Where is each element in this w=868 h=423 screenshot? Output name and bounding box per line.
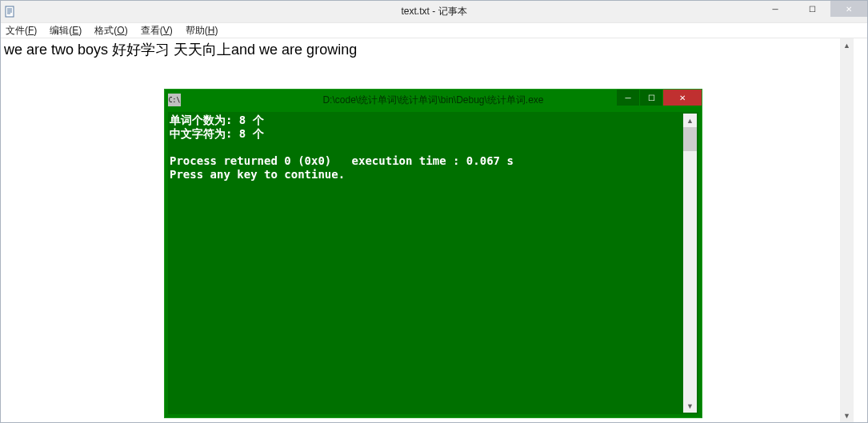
notepad-window-controls: ─ ☐ ✕ bbox=[757, 1, 867, 17]
console-title: D:\code\统计单词\统计单词\bin\Debug\统计单词.exe bbox=[322, 94, 543, 107]
scroll-up-icon[interactable]: ▲ bbox=[840, 38, 854, 52]
notepad-app-icon bbox=[4, 6, 17, 18]
console-window: C:\ D:\code\统计单词\统计单词\bin\Debug\统计单词.exe… bbox=[164, 89, 702, 418]
menu-view[interactable]: 查看(V) bbox=[141, 24, 173, 38]
console-window-controls: ─ ☐ ✕ bbox=[616, 90, 702, 106]
maximize-button[interactable]: ☐ bbox=[640, 90, 662, 106]
menu-file[interactable]: 文件(F) bbox=[6, 24, 37, 38]
minimize-button[interactable]: ─ bbox=[757, 1, 794, 17]
console-output: 单词个数为: 8 个 中文字符为: 8 个 Process returned 0… bbox=[170, 114, 685, 413]
console-titlebar[interactable]: C:\ D:\code\统计单词\统计单词\bin\Debug\统计单词.exe… bbox=[165, 90, 702, 110]
scroll-down-icon[interactable]: ▼ bbox=[683, 399, 697, 413]
console-vertical-scrollbar[interactable]: ▲ ▼ bbox=[683, 114, 697, 413]
notepad-menubar: 文件(F) 编辑(E) 格式(O) 查看(V) 帮助(H) bbox=[1, 22, 867, 38]
scroll-up-icon[interactable]: ▲ bbox=[683, 114, 697, 127]
console-app-icon: C:\ bbox=[168, 94, 181, 106]
notepad-titlebar[interactable]: text.txt - 记事本 ─ ☐ ✕ bbox=[1, 1, 867, 22]
notepad-title: text.txt - 记事本 bbox=[401, 5, 466, 18]
menu-help[interactable]: 帮助(H) bbox=[186, 24, 218, 38]
close-button[interactable]: ✕ bbox=[830, 1, 867, 17]
menu-format[interactable]: 格式(O) bbox=[94, 24, 127, 38]
menu-edit[interactable]: 编辑(E) bbox=[50, 24, 82, 38]
notepad-content: we are two boys 好好学习 天天向上and we are grow… bbox=[4, 42, 357, 58]
scrollbar-thumb[interactable] bbox=[683, 127, 697, 151]
close-button[interactable]: ✕ bbox=[663, 90, 702, 106]
minimize-button[interactable]: ─ bbox=[617, 90, 639, 106]
scroll-down-icon[interactable]: ▼ bbox=[840, 409, 854, 422]
maximize-button[interactable]: ☐ bbox=[794, 1, 830, 17]
console-body: 单词个数为: 8 个 中文字符为: 8 个 Process returned 0… bbox=[166, 110, 700, 416]
notepad-vertical-scrollbar[interactable]: ▲ ▼ bbox=[840, 38, 854, 422]
